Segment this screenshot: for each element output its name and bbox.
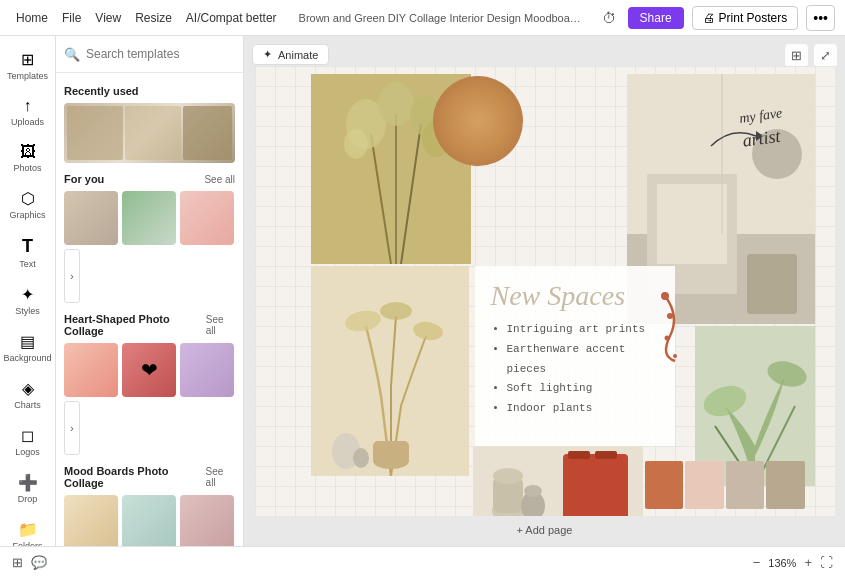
template-thumb-recent[interactable] bbox=[64, 103, 235, 163]
list-item[interactable] bbox=[180, 191, 234, 245]
moodboard-canvas[interactable]: New Spaces Intriguing art prints Earthen… bbox=[255, 66, 835, 516]
list-item[interactable] bbox=[64, 343, 118, 397]
bullet-item-4: Indoor plants bbox=[507, 399, 659, 419]
more-button[interactable]: ••• bbox=[806, 5, 835, 31]
photos-label: Photos bbox=[13, 163, 41, 173]
sidebar-item-graphics[interactable]: ⬡ Graphics bbox=[4, 183, 52, 226]
heart-shaped-see-all[interactable]: See all bbox=[206, 314, 235, 336]
animate-icon: ✦ bbox=[263, 48, 272, 61]
svg-rect-14 bbox=[747, 254, 797, 314]
mood-boards-grid: › bbox=[64, 495, 235, 546]
svg-point-27 bbox=[353, 448, 369, 468]
sidebar-item-styles[interactable]: ✦ Styles bbox=[4, 279, 52, 322]
bottom-right: − 136% + ⛶ bbox=[753, 555, 833, 570]
sidebar-item-drop[interactable]: ➕ Drop bbox=[4, 467, 52, 510]
graphics-icon: ⬡ bbox=[21, 189, 35, 208]
svg-point-38 bbox=[667, 313, 673, 319]
nav-home[interactable]: Home bbox=[10, 7, 54, 29]
recently-used-grid bbox=[64, 103, 235, 163]
list-item[interactable] bbox=[64, 495, 118, 546]
sidebar-item-templates[interactable]: ⊞ Templates bbox=[4, 44, 52, 87]
bottom-icon-comment[interactable]: 💬 bbox=[31, 555, 47, 570]
list-item[interactable] bbox=[180, 495, 234, 546]
fullscreen-icon[interactable]: ⛶ bbox=[820, 555, 833, 570]
add-page-button[interactable]: + Add page bbox=[517, 524, 573, 536]
canvas-icon-expand[interactable]: ⤢ bbox=[814, 44, 837, 67]
bullet-item-3: Soft lighting bbox=[507, 379, 659, 399]
nav-file[interactable]: File bbox=[56, 7, 87, 29]
heart-shaped-title: Heart-Shaped Photo Collage bbox=[64, 313, 206, 337]
sidebar-item-background[interactable]: ▤ Background bbox=[4, 326, 52, 369]
photo-pampas[interactable] bbox=[311, 266, 469, 476]
logos-label: Logos bbox=[15, 447, 40, 457]
svg-point-13 bbox=[752, 129, 802, 179]
photo-bag[interactable] bbox=[473, 446, 643, 516]
list-item[interactable] bbox=[64, 191, 118, 245]
nav-ai[interactable]: AI/Compat better bbox=[180, 7, 283, 29]
share-button[interactable]: Share bbox=[628, 7, 684, 29]
list-item[interactable] bbox=[122, 191, 176, 245]
charts-label: Charts bbox=[14, 400, 41, 410]
mood-boards-header: Mood Boards Photo Collage See all bbox=[64, 465, 235, 489]
svg-point-34 bbox=[493, 468, 523, 484]
search-bar: 🔍 ⚙ bbox=[56, 36, 243, 73]
styles-icon: ✦ bbox=[21, 285, 34, 304]
background-label: Background bbox=[3, 353, 51, 363]
nav-resize[interactable]: Resize bbox=[129, 7, 178, 29]
sidebar-item-charts[interactable]: ◈ Charts bbox=[4, 373, 52, 416]
swatch-2 bbox=[685, 461, 724, 509]
animate-button[interactable]: ✦ Animate bbox=[252, 44, 329, 65]
panel-scroll[interactable]: Recently used For you See all bbox=[56, 73, 243, 546]
svg-point-37 bbox=[661, 292, 669, 300]
svg-rect-31 bbox=[595, 451, 617, 459]
nav-icon-btn-1[interactable]: ⏱ bbox=[598, 6, 620, 30]
swatch-1 bbox=[645, 461, 684, 509]
templates-panel: 🔍 ⚙ Recently used For you bbox=[56, 36, 244, 546]
zoom-level: 136% bbox=[768, 557, 796, 569]
svg-point-7 bbox=[344, 129, 368, 159]
list-item[interactable] bbox=[180, 343, 234, 397]
svg-point-40 bbox=[673, 354, 677, 358]
zoom-out-icon[interactable]: − bbox=[753, 555, 761, 570]
mood-boards-see-all[interactable]: See all bbox=[206, 466, 235, 488]
drop-icon: ➕ bbox=[18, 473, 38, 492]
svg-rect-12 bbox=[657, 184, 727, 264]
sidebar-item-text[interactable]: T Text bbox=[4, 230, 52, 275]
bottom-bar: ⊞ 💬 − 136% + ⛶ bbox=[0, 546, 845, 578]
folders-icon: 📁 bbox=[18, 520, 38, 539]
sidebar-item-folders[interactable]: 📁 Folders bbox=[4, 514, 52, 546]
heart-shaped-header: Heart-Shaped Photo Collage See all bbox=[64, 313, 235, 337]
graphics-label: Graphics bbox=[9, 210, 45, 220]
svg-rect-30 bbox=[568, 451, 590, 459]
search-icon: 🔍 bbox=[64, 47, 80, 62]
moodboard-title: New Spaces bbox=[491, 280, 659, 312]
photos-icon: 🖼 bbox=[20, 143, 36, 161]
templates-icon: ⊞ bbox=[21, 50, 34, 69]
list-item[interactable] bbox=[122, 495, 176, 546]
bullet-list: Intriguing art prints Earthenware accent… bbox=[491, 320, 659, 419]
heart-shaped-grid: ❤ › bbox=[64, 343, 235, 455]
print-button[interactable]: 🖨 Print Posters bbox=[692, 6, 799, 30]
main-layout: ⊞ Templates ↑ Uploads 🖼 Photos ⬡ Graphic… bbox=[0, 36, 845, 546]
scroll-right-arrow[interactable]: › bbox=[64, 249, 80, 303]
zoom-in-icon[interactable]: + bbox=[804, 555, 812, 570]
canvas-area[interactable]: ✦ Animate ⊞ ⤢ bbox=[244, 36, 845, 546]
background-icon: ▤ bbox=[20, 332, 35, 351]
drop-label: Drop bbox=[18, 494, 38, 504]
sidebar-item-photos[interactable]: 🖼 Photos bbox=[4, 137, 52, 179]
for-you-see-all[interactable]: See all bbox=[204, 174, 235, 185]
svg-point-5 bbox=[378, 82, 414, 126]
svg-point-22 bbox=[380, 302, 412, 320]
scroll-right-arrow-heart[interactable]: › bbox=[64, 401, 80, 455]
list-item[interactable]: ❤ bbox=[122, 343, 176, 397]
bottom-icon-grid[interactable]: ⊞ bbox=[12, 555, 23, 570]
templates-label: Templates bbox=[7, 71, 48, 81]
nav-view[interactable]: View bbox=[89, 7, 127, 29]
search-input[interactable] bbox=[86, 47, 236, 61]
swatch-4 bbox=[766, 461, 805, 509]
printer-icon: 🖨 bbox=[703, 11, 715, 25]
sidebar-item-uploads[interactable]: ↑ Uploads bbox=[4, 91, 52, 133]
canvas-icon-grid[interactable]: ⊞ bbox=[785, 44, 808, 67]
photo-basket[interactable] bbox=[433, 76, 523, 166]
sidebar-item-logos[interactable]: ◻ Logos bbox=[4, 420, 52, 463]
